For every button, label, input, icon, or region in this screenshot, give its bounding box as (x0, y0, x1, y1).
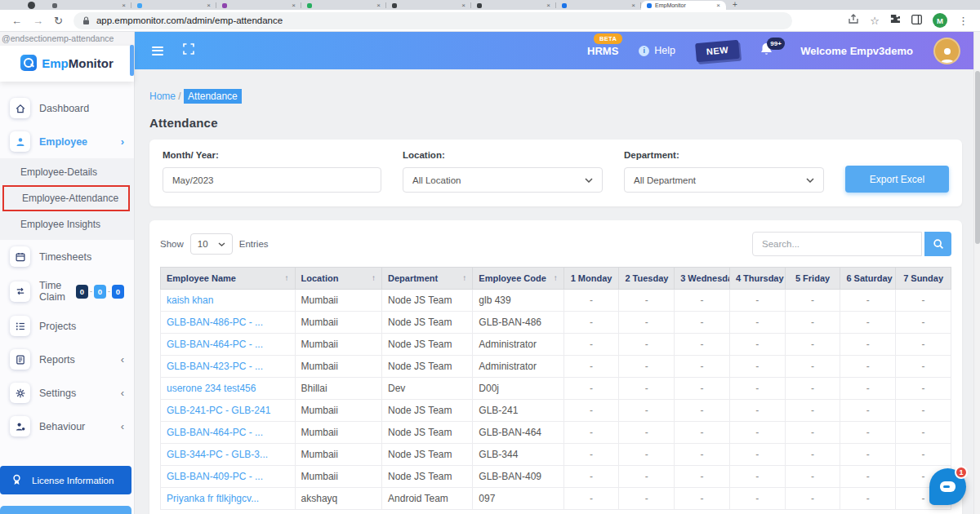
new-feature-badge[interactable]: NEW (695, 39, 740, 62)
bookmark-star-icon[interactable]: ☆ (870, 16, 880, 26)
browser-tab[interactable]: × (386, 1, 471, 10)
employee-name-link[interactable]: kaish khan (161, 290, 296, 312)
employee-name-link[interactable]: Priyanka fr ftlkjhgcv... (161, 488, 296, 510)
table-row: GLB-BAN-464-PC - ...MumbaiiNode JS TeamG… (161, 422, 951, 444)
attendance-day-cell: - (619, 422, 675, 444)
attendance-day-cell: - (729, 466, 785, 488)
sidebar-item-settings[interactable]: Settings‹ (0, 376, 134, 410)
browser-tab[interactable]: × (47, 1, 131, 10)
sidebar-subitem-employee-details[interactable]: Employee-Details (0, 161, 134, 184)
column-header[interactable]: Location↑ (295, 268, 381, 290)
employee-name-link[interactable]: GLB-241-PC - GLB-241 (161, 400, 296, 422)
location-cell: Bhillai (295, 378, 381, 400)
help-menu[interactable]: i Help (639, 45, 675, 56)
hamburger-menu-icon[interactable] (152, 47, 163, 55)
tab-close-icon[interactable]: × (631, 2, 635, 9)
sidebar-subitem-employee-insights[interactable]: Employee Insights (0, 213, 134, 236)
attendance-day-cell: - (785, 444, 840, 466)
browser-tab[interactable]: × (556, 1, 641, 10)
license-information-button[interactable]: License Information (0, 466, 131, 494)
sort-arrow-icon[interactable]: ↑ (285, 273, 289, 282)
time-claim-badge: 0 (94, 285, 106, 299)
browser-profile-avatar[interactable]: M (933, 13, 947, 28)
chat-widget-button[interactable]: 1 (929, 468, 966, 505)
back-icon[interactable]: ← (11, 16, 22, 26)
attendance-day-cell: - (840, 356, 896, 378)
reload-icon[interactable]: ↻ (54, 16, 63, 26)
department-select[interactable]: All Department (624, 167, 824, 193)
tab-close-icon[interactable]: × (207, 2, 211, 9)
sidebar-item-behaviour[interactable]: Behaviour‹ (0, 410, 134, 443)
browser-tab[interactable]: EmpMonitor× (641, 1, 726, 10)
sidebar-item-time-claim[interactable]: Time Claim0-0-0 (0, 273, 134, 309)
employee-name-link[interactable]: GLB-BAN-409-PC - ... (161, 466, 296, 488)
column-header[interactable]: Employee Name↑ (161, 268, 296, 290)
column-header[interactable]: Employee Code↑ (473, 268, 564, 290)
table-row: GLB-BAN-486-PC - ...MumbaiiNode JS TeamG… (161, 312, 951, 334)
location-select[interactable]: All Location (403, 167, 603, 193)
browser-menu-icon[interactable]: ⋮ (958, 16, 969, 26)
column-header[interactable]: Department↑ (382, 268, 473, 290)
browser-tab[interactable]: × (301, 1, 386, 10)
browser-tab[interactable]: × (216, 1, 301, 10)
tab-favicon (647, 3, 652, 8)
sidebar-scrollbar-thumb[interactable] (130, 45, 134, 76)
sort-arrow-icon[interactable]: ↑ (462, 273, 466, 282)
location-value: All Location (412, 175, 461, 185)
new-tab-button[interactable]: + (733, 0, 737, 9)
page-size-select[interactable]: 10 (190, 233, 233, 255)
hrms-menu[interactable]: BETA HRMS (587, 43, 618, 58)
app-logo-text: EmpMonitor (42, 56, 114, 70)
tab-close-icon[interactable]: × (292, 2, 296, 9)
employee-name-link[interactable]: GLB-BAN-423-PC - ... (161, 356, 296, 378)
tab-close-icon[interactable]: × (546, 2, 550, 9)
table-header-row: Employee Name↑Location↑Department↑Employ… (161, 268, 951, 290)
employee-name-link[interactable]: GLB-BAN-486-PC - ... (161, 312, 296, 334)
attendance-day-cell: - (896, 378, 951, 400)
user-avatar[interactable] (933, 38, 960, 64)
page-scrollbar-thumb[interactable] (975, 71, 980, 244)
fullscreen-icon[interactable] (183, 43, 194, 58)
sort-arrow-icon[interactable]: ↑ (554, 273, 558, 282)
sidebar-item-projects[interactable]: Projects (0, 309, 134, 343)
notifications-bell[interactable]: 99+ (760, 42, 773, 60)
sidebar-item-employee[interactable]: Employee› (0, 125, 134, 158)
tab-close-icon[interactable]: × (461, 2, 466, 9)
attendance-day-cell: - (729, 312, 785, 334)
employee-name-link[interactable]: GLB-344-PC - GLB-3... (161, 444, 296, 466)
share-icon[interactable] (848, 13, 859, 28)
department-cell: Node JS Team (382, 356, 473, 378)
attendance-day-cell: - (729, 444, 785, 466)
tab-close-icon[interactable]: × (376, 2, 381, 9)
tab-close-icon[interactable]: × (716, 2, 720, 9)
column-header: 6 Saturday (840, 268, 896, 290)
tab-favicon (222, 3, 227, 8)
employee-name-link[interactable]: GLB-BAN-464-PC - ... (161, 422, 296, 444)
app-logo[interactable]: EmpMonitor (0, 46, 134, 82)
page-scrollbar[interactable] (973, 32, 980, 514)
attendance-day-cell: - (896, 444, 951, 466)
employee-name-link[interactable]: userone 234 test456 (161, 378, 296, 400)
employee-name-link[interactable]: GLB-BAN-464-PC - ... (161, 334, 296, 356)
month-year-input[interactable]: May/2023 (163, 167, 381, 193)
sort-arrow-icon[interactable]: ↑ (372, 273, 376, 282)
sidebar-item-reports[interactable]: Reports‹ (0, 343, 134, 376)
extensions-icon[interactable] (890, 13, 901, 28)
tab-close-icon[interactable]: × (122, 2, 126, 9)
sidebar-item-timesheets[interactable]: Timesheets (0, 240, 134, 273)
browser-tab[interactable]: × (131, 1, 216, 10)
export-excel-button[interactable]: Export Excel (845, 166, 949, 193)
sidebar-subitem-employee-attendance[interactable]: Employee-Attendance (2, 185, 130, 211)
attendance-day-cell: - (675, 290, 730, 312)
address-bar[interactable]: app.empmonitor.com/admin/emp-attendance (74, 12, 792, 29)
sidebar-item-dashboard[interactable]: Dashboard (0, 91, 134, 125)
sidebar-bottom-button[interactable] (0, 506, 131, 514)
breadcrumb-home-link[interactable]: Home (149, 91, 176, 102)
license-button-label: License Information (32, 476, 114, 485)
attendance-day-cell: - (896, 400, 951, 422)
search-input[interactable] (752, 232, 922, 256)
forward-icon[interactable]: → (33, 16, 43, 26)
browser-tab[interactable]: × (471, 1, 556, 10)
side-panel-icon[interactable] (911, 13, 922, 28)
search-button[interactable] (924, 232, 951, 256)
